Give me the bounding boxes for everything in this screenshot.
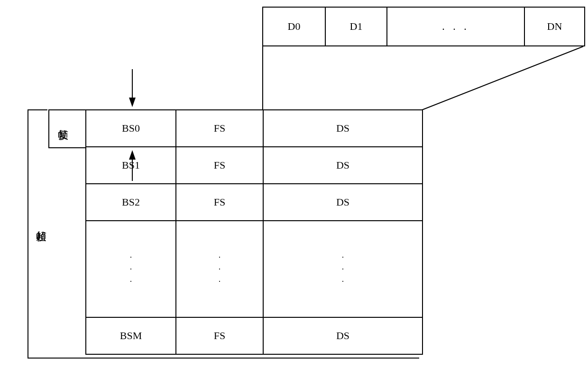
cell-fs0: FS: [176, 110, 263, 147]
cell-ds1: DS: [263, 147, 423, 184]
data-slot-detail-row: D0 D1 . . . DN: [262, 7, 585, 46]
cell-dsm: DS: [263, 317, 423, 354]
cell-bs-vdots: · · ·: [86, 221, 176, 317]
cell-fsm: FS: [176, 317, 263, 354]
table-row: BSM FS DS: [86, 317, 423, 354]
expansion-connector-left: [262, 46, 263, 110]
detail-cell-d1: D1: [326, 8, 387, 45]
diagram-container: D0 D1 . . . DN BS0 FS DS BS1 FS DS BS2 F…: [0, 0, 588, 386]
cell-bs2: BS2: [86, 184, 176, 221]
cell-fs-vdots: · · ·: [176, 221, 263, 317]
cell-fs2: FS: [176, 184, 263, 221]
cell-fs1: FS: [176, 147, 263, 184]
table-row: BS2 FS DS: [86, 184, 423, 221]
detail-cell-dn: DN: [525, 8, 584, 45]
frame-structure-table: BS0 FS DS BS1 FS DS BS2 FS DS · · · · · …: [85, 109, 423, 355]
cell-bs1: BS1: [86, 147, 176, 184]
table-row: BS1 FS DS: [86, 147, 423, 184]
arrow-down-head-icon: [129, 98, 136, 107]
table-row: BS0 FS DS: [86, 110, 423, 147]
table-row-ellipsis: · · · · · · · · ·: [86, 221, 423, 317]
cell-ds-vdots: · · ·: [263, 221, 423, 317]
cell-bsm: BSM: [86, 317, 176, 354]
arrow-down-stem: [132, 69, 133, 98]
svg-line-0: [422, 46, 583, 110]
cell-ds0: DS: [263, 110, 423, 147]
detail-cell-d0: D0: [263, 8, 326, 45]
cell-bs0: BS0: [86, 110, 176, 147]
detail-cell-ellipsis: . . .: [387, 8, 525, 45]
cell-ds2: DS: [263, 184, 423, 221]
